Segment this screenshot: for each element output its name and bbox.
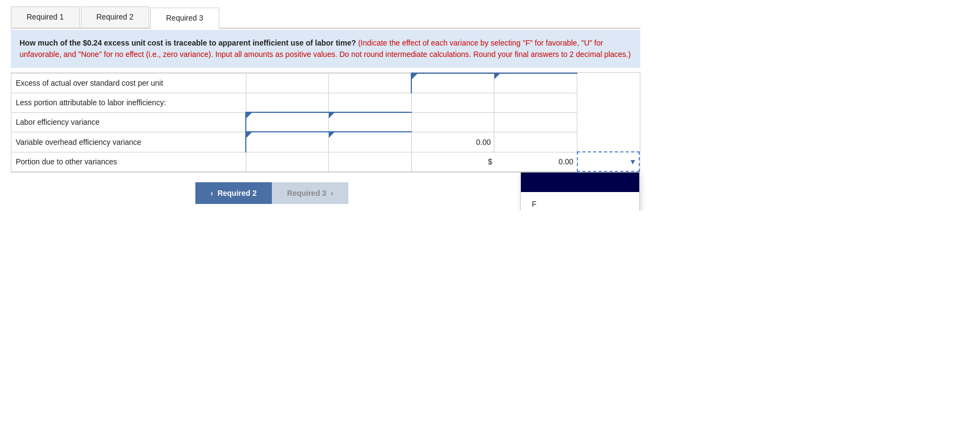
input-field[interactable] xyxy=(412,74,494,93)
input-col1-row5[interactable] xyxy=(246,152,329,171)
table-row: Labor efficiency variance xyxy=(11,112,639,132)
value-col3-row5: 0.00 xyxy=(494,152,577,171)
tab-required2[interactable]: Required 2 xyxy=(81,7,150,28)
input-field[interactable] xyxy=(329,74,411,93)
input-col4-row3[interactable] xyxy=(494,112,577,132)
input-col2-row3[interactable] xyxy=(329,112,412,132)
table-row: Portion due to other variances $ 0.00 ▼ xyxy=(11,152,639,171)
input-field[interactable] xyxy=(329,113,411,131)
input-field[interactable] xyxy=(246,113,328,131)
input-field[interactable] xyxy=(412,93,494,112)
question-box: How much of the $0.24 excess unit cost i… xyxy=(11,30,640,68)
forward-required3-button[interactable]: Required 3 › xyxy=(272,182,348,204)
input-col2-row2[interactable] xyxy=(329,93,412,112)
input-col3-row3[interactable] xyxy=(411,112,494,132)
popup-header xyxy=(521,173,639,192)
input-field[interactable] xyxy=(246,74,329,93)
arrow-indicator xyxy=(329,132,334,138)
row-label-2: Less portion attributable to labor ineff… xyxy=(11,93,246,112)
input-field[interactable] xyxy=(494,132,577,152)
input-col2-row5[interactable] xyxy=(329,152,412,171)
forward-chevron-icon: › xyxy=(330,189,333,197)
input-col4-row2[interactable] xyxy=(494,93,577,112)
dropdown-col4-row5[interactable]: ▼ F None U xyxy=(577,152,639,171)
dollar-sign-cell: $ xyxy=(411,152,494,171)
input-col2-row1[interactable] xyxy=(329,73,412,93)
back-required2-button[interactable]: ‹ Required 2 xyxy=(195,182,272,204)
input-col4-row4[interactable] xyxy=(494,132,577,152)
arrow-indicator xyxy=(329,113,334,118)
table-row: Excess of actual over standard cost per … xyxy=(11,73,639,93)
input-col1-row2[interactable] xyxy=(246,93,329,112)
chevron-down-icon: ▼ xyxy=(629,157,637,166)
data-table: Excess of actual over standard cost per … xyxy=(11,72,640,173)
input-col1-row4[interactable] xyxy=(246,132,329,152)
dropdown-option-f[interactable]: F xyxy=(521,192,639,210)
input-field[interactable] xyxy=(494,74,577,93)
input-col1-row3[interactable] xyxy=(246,112,329,132)
input-field[interactable] xyxy=(494,113,577,132)
arrow-indicator xyxy=(246,132,252,138)
back-chevron-icon: ‹ xyxy=(211,189,213,197)
input-col2-row4[interactable] xyxy=(329,132,412,152)
row-label-1: Excess of actual over standard cost per … xyxy=(11,73,246,93)
arrow-indicator xyxy=(494,74,500,79)
question-bold: How much of the $0.24 excess unit cost i… xyxy=(20,39,356,47)
row-label-5: Portion due to other variances xyxy=(11,152,246,171)
input-field[interactable] xyxy=(246,132,328,152)
arrow-indicator xyxy=(412,74,417,79)
tab-bar: Required 1 Required 2 Required 3 xyxy=(11,7,640,29)
input-col4-row1[interactable] xyxy=(494,73,577,93)
input-field[interactable] xyxy=(329,132,411,152)
row-label-4: Variable overhead efficiency variance xyxy=(11,132,246,152)
forward-button-label: Required 3 xyxy=(287,189,326,197)
input-field[interactable] xyxy=(329,93,411,112)
input-col3-row1[interactable] xyxy=(411,73,494,93)
value-col3-row4: 0.00 xyxy=(411,132,494,152)
tab-required3[interactable]: Required 3 xyxy=(150,8,219,29)
table-row: Less portion attributable to labor ineff… xyxy=(11,93,639,112)
arrow-indicator xyxy=(246,113,252,118)
table-row: Variable overhead efficiency variance 0.… xyxy=(11,132,639,152)
row-label-3: Labor efficiency variance xyxy=(11,112,246,132)
back-button-label: Required 2 xyxy=(218,189,257,197)
input-field[interactable] xyxy=(494,93,577,112)
input-col1-row1[interactable] xyxy=(246,73,329,93)
tab-required1[interactable]: Required 1 xyxy=(11,7,80,28)
input-field[interactable] xyxy=(329,152,411,171)
input-col3-row2[interactable] xyxy=(411,93,494,112)
input-field[interactable] xyxy=(246,93,329,112)
dropdown-popup: F None U xyxy=(520,172,640,210)
input-field[interactable] xyxy=(246,152,329,171)
value-display: 0.00 xyxy=(412,132,494,152)
input-field[interactable] xyxy=(412,113,494,132)
